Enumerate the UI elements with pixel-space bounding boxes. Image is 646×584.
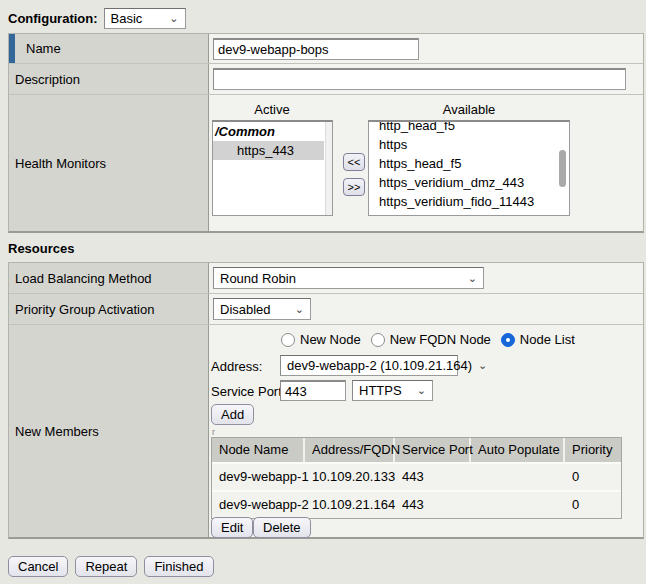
col-header-priority[interactable]: Priority (565, 438, 621, 462)
new-members-label-cell: New Members (9, 325, 209, 537)
configuration-select[interactable]: Basic ⌄ (104, 8, 186, 29)
cell-auto-populate (471, 492, 565, 518)
footer-actions: Cancel Repeat Finished (8, 556, 214, 577)
new-members-label: New Members (15, 424, 99, 439)
col-header-service-port[interactable]: Service Port (395, 438, 471, 462)
name-input[interactable] (213, 38, 419, 60)
radio-new-node-label: New Node (300, 332, 361, 347)
configuration-select-value: Basic (111, 11, 143, 26)
chevron-down-icon: ⌄ (468, 272, 477, 285)
name-value-cell (209, 34, 643, 63)
address-select-value: dev9-webapp-2 (10.109.21.164) (287, 358, 472, 373)
priority-group-select-value: Disabled (220, 302, 271, 317)
health-monitors-label-cell: Health Monitors (9, 95, 209, 231)
radio-icon (371, 333, 385, 347)
available-monitor-item[interactable]: https (369, 135, 569, 154)
priority-group-row: Priority Group Activation Disabled ⌄ (9, 294, 643, 325)
table-row[interactable]: dev9-webapp-2 10.109.21.164 443 0 (212, 490, 621, 518)
cell-address: 10.109.20.133 (305, 464, 395, 490)
available-monitors-listbox[interactable]: http_head_f5 https https_head_f5 https_v… (368, 120, 570, 216)
address-select[interactable]: dev9-webapp-2 (10.109.21.164) ⌄ (280, 355, 458, 376)
radio-icon (281, 333, 295, 347)
chevron-down-icon: ⌄ (478, 359, 487, 372)
available-listbox-scrollbar[interactable] (559, 150, 566, 187)
resources-table: Load Balancing Method Round Robin ⌄ Prio… (8, 262, 644, 539)
cell-auto-populate (471, 464, 565, 490)
priority-group-label-cell: Priority Group Activation (9, 294, 209, 324)
description-label-cell: Description (9, 64, 209, 94)
name-label: Name (26, 41, 61, 56)
name-row: Name (9, 34, 643, 64)
general-properties-table: Name Description Health Monitors Active … (8, 33, 644, 233)
service-port-label: Service Port: (211, 381, 285, 402)
node-type-radio-group: New Node New FQDN Node Node List (281, 332, 585, 347)
repeat-button[interactable]: Repeat (75, 556, 137, 577)
available-monitor-item[interactable]: https_head_f5 (369, 154, 569, 173)
new-members-row: New Members New Node New FQDN Node Node … (9, 325, 643, 537)
health-monitors-value-cell: Active Available /Common https_443 << >>… (209, 95, 643, 231)
available-monitor-item[interactable]: https_veridium_dmz_443 (369, 173, 569, 192)
col-header-node-name[interactable]: Node Name (212, 438, 305, 462)
cell-port: 443 (395, 492, 471, 518)
stray-text: r (212, 427, 215, 437)
load-balancing-value-cell: Round Robin ⌄ (209, 263, 643, 293)
load-balancing-label: Load Balancing Method (15, 271, 152, 286)
active-partition-label: /Common (213, 122, 332, 141)
health-monitors-label: Health Monitors (15, 156, 106, 171)
table-row[interactable]: dev9-webapp-1 10.109.20.133 443 0 (212, 462, 621, 490)
available-monitor-item[interactable]: https_veridium_idp_9044 (369, 211, 569, 216)
cell-node-name: dev9-webapp-2 (212, 492, 305, 518)
move-to-available-button[interactable]: >> (343, 178, 365, 196)
radio-new-node[interactable]: New Node (281, 332, 361, 347)
add-member-button[interactable]: Add (211, 404, 254, 425)
radio-node-list-label: Node List (520, 332, 575, 347)
service-port-protocol-value: HTTPS (359, 383, 402, 398)
cell-priority: 0 (565, 492, 621, 518)
chevron-down-icon: ⌄ (417, 384, 426, 397)
required-indicator (9, 34, 15, 63)
available-list-label: Available (368, 102, 570, 117)
cell-address: 10.109.21.164 (305, 492, 395, 518)
radio-new-fqdn-node[interactable]: New FQDN Node (371, 332, 491, 347)
load-balancing-select[interactable]: Round Robin ⌄ (213, 267, 484, 289)
active-monitor-item[interactable]: https_443 (213, 141, 324, 160)
load-balancing-select-value: Round Robin (220, 271, 296, 286)
cell-port: 443 (395, 464, 471, 490)
cell-priority: 0 (565, 464, 621, 490)
priority-group-select[interactable]: Disabled ⌄ (213, 298, 311, 320)
col-header-auto-populate[interactable]: Auto Populate (471, 438, 565, 462)
resources-section-title: Resources (8, 241, 74, 256)
edit-member-button[interactable]: Edit (211, 517, 253, 538)
active-listbox-scrollbar[interactable] (325, 122, 332, 215)
col-header-address-fqdn[interactable]: Address/FQDN (305, 438, 395, 462)
service-port-protocol-select[interactable]: HTTPS ⌄ (352, 380, 433, 401)
service-port-input[interactable] (280, 380, 346, 401)
chevron-down-icon: ⌄ (295, 303, 304, 316)
priority-group-label: Priority Group Activation (15, 302, 154, 317)
delete-member-button[interactable]: Delete (253, 517, 311, 538)
chevron-down-icon: ⌄ (169, 12, 178, 25)
radio-node-list[interactable]: Node List (501, 332, 575, 347)
description-row: Description (9, 64, 643, 95)
priority-group-value-cell: Disabled ⌄ (209, 294, 643, 324)
configuration-label: Configuration: (8, 11, 98, 26)
health-monitors-row: Health Monitors Active Available /Common… (9, 95, 643, 231)
name-label-cell: Name (9, 34, 209, 63)
cell-node-name: dev9-webapp-1 (212, 464, 305, 490)
finished-button[interactable]: Finished (144, 556, 213, 577)
available-monitor-item[interactable]: https_veridium_fido_11443 (369, 192, 569, 211)
cancel-button[interactable]: Cancel (8, 556, 68, 577)
move-to-active-button[interactable]: << (343, 153, 365, 171)
active-list-label: Active (212, 102, 332, 117)
description-input[interactable] (213, 68, 626, 90)
address-label: Address: (211, 356, 262, 377)
new-members-value-cell: New Node New FQDN Node Node List Address… (209, 325, 643, 537)
load-balancing-label-cell: Load Balancing Method (9, 263, 209, 293)
active-monitors-listbox[interactable]: /Common https_443 (212, 120, 333, 216)
description-value-cell (209, 64, 643, 94)
radio-new-fqdn-node-label: New FQDN Node (390, 332, 491, 347)
load-balancing-row: Load Balancing Method Round Robin ⌄ (9, 263, 643, 294)
radio-selected-icon (501, 333, 515, 347)
available-monitor-item[interactable]: http_head_f5 (369, 120, 569, 135)
members-table-header: Node Name Address/FQDN Service Port Auto… (212, 438, 621, 462)
